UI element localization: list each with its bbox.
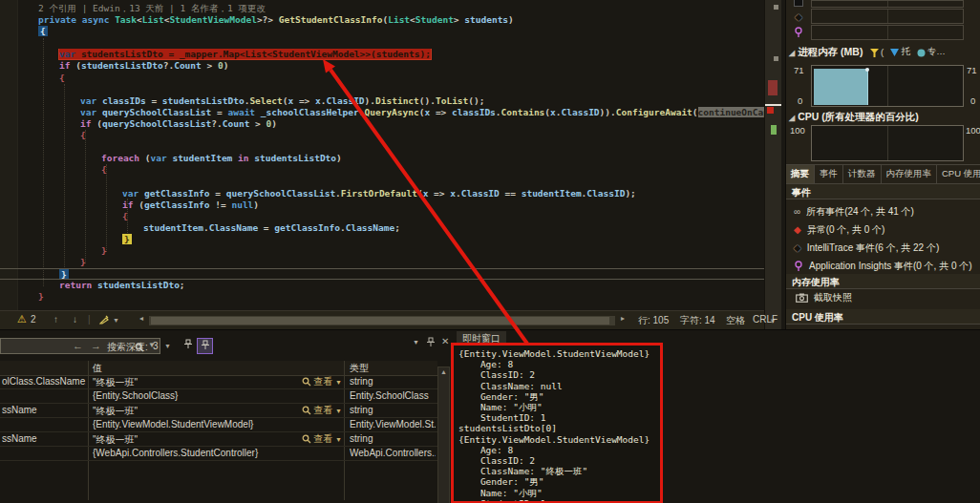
code-line[interactable]: return studentsListDto; <box>0 280 764 291</box>
app-insights-track <box>811 25 964 40</box>
code-line[interactable]: } <box>0 268 764 280</box>
view-button[interactable]: 查看 ▼ <box>287 375 342 388</box>
collapse-triangle-icon[interactable]: ◢ <box>789 49 795 57</box>
immediate-line: Age: 8 <box>458 445 660 455</box>
chevron-down-icon[interactable]: ▼ <box>113 317 119 324</box>
watch-type: WebApi.Controllers.... <box>350 448 436 458</box>
code-line[interactable]: var querySchoolClassList = await _school… <box>0 107 764 118</box>
status-line-ending[interactable]: CRLF <box>753 314 778 325</box>
immediate-window-popup[interactable]: {Entity.ViewModel.StudentViewModel} Age:… <box>451 343 663 503</box>
code-line[interactable]: { <box>0 73 764 84</box>
editor-horizontal-scrollbar[interactable] <box>149 316 615 325</box>
code-line[interactable]: studentItem.ClassName = getClassInfo.Cla… <box>0 222 764 234</box>
cpu-section-header[interactable]: ◢CPU (所有处理器的百分比) <box>786 111 980 124</box>
prev-issue-button[interactable]: ↑ <box>53 314 58 325</box>
watch-value: {Entity.ViewModel.StudentViewModel} <box>93 419 284 430</box>
pin-properties-toggle-button[interactable] <box>197 338 213 354</box>
watch-type: string <box>350 405 436 415</box>
watch-vertical-scrollbar[interactable]: ▲ <box>437 367 450 503</box>
hscroll-thumb[interactable] <box>151 317 609 325</box>
search-depth-value[interactable]: 3 <box>153 341 159 351</box>
window-menu-icon[interactable]: ▼ <box>413 339 419 346</box>
watch-row[interactable]: {WebApi.Controllers.StudentController}We… <box>0 447 437 461</box>
code-line[interactable]: var getClassInfo = querySchoolClassList.… <box>0 188 764 199</box>
scroll-up-arrow[interactable]: ▲ <box>440 368 447 375</box>
editor-vertical-scrollbar[interactable]: ▼ <box>764 0 781 329</box>
exception-icon: ◆ <box>794 224 801 235</box>
code-line[interactable]: if (getClassInfo != null) <box>0 199 764 211</box>
magnifier-icon <box>302 377 311 387</box>
code-line[interactable] <box>0 141 764 153</box>
hscroll-right-arrow[interactable]: ▸ <box>621 314 625 323</box>
code-lines[interactable]: 2 个引用 | Edwin，13 天前 | 1 名作者，1 项更改private… <box>0 3 764 303</box>
view-button[interactable]: 查看 ▼ <box>287 432 342 446</box>
watch-value: {Entity.SchoolClass} <box>93 390 284 401</box>
code-line[interactable]: private async Task<List<StudentViewModel… <box>0 14 764 26</box>
watch-row[interactable]: ssName"终极一班" 查看 ▼string <box>0 432 437 447</box>
code-line[interactable]: } <box>0 291 764 303</box>
memory-axis-max-right: 71 <box>967 65 977 75</box>
code-line[interactable] <box>0 84 764 95</box>
status-spaces[interactable]: 空格 <box>726 314 745 327</box>
diagnostics-tab[interactable]: 摘要 <box>786 165 815 183</box>
value-column-header[interactable]: 值 <box>93 362 102 375</box>
pin-toggle-button[interactable] <box>180 338 196 354</box>
code-line[interactable]: foreach (var studentItem in studentsList… <box>0 153 764 164</box>
event-row[interactable]: ∞所有事件(24 个, 共 41 个) <box>786 202 980 220</box>
event-label[interactable]: IntelliTrace 事件(6 个, 共 22 个) <box>807 241 940 255</box>
code-editor[interactable]: 2 个引用 | Edwin，13 天前 | 1 名作者，1 项更改private… <box>0 0 764 310</box>
event-row[interactable]: Application Insights 事件(0 个, 共 0 个) <box>786 257 980 275</box>
view-button[interactable]: 查看 ▼ <box>287 404 342 417</box>
code-line[interactable]: } <box>0 257 764 268</box>
code-line[interactable]: } <box>0 234 764 245</box>
memory-current-dot <box>865 68 869 72</box>
forward-arrow-button[interactable]: → <box>91 340 101 351</box>
collapse-triangle-icon[interactable]: ◢ <box>789 114 795 122</box>
code-line[interactable] <box>0 37 764 49</box>
event-row[interactable]: ◆异常(0 个, 共 0 个) <box>786 220 980 239</box>
event-label[interactable]: 所有事件(24 个, 共 41 个) <box>806 205 914 219</box>
watch-row[interactable]: olClass.ClassName.get"终极一班" 查看 ▼string <box>0 375 437 389</box>
diagnostics-tab[interactable]: 事件 <box>815 165 843 183</box>
bottom-dock: ▼ ← → 搜索深度: 3 ▼ 值 类型 olClass.ClassName.g… <box>0 329 980 503</box>
diagnostics-tab[interactable]: CPU 使用率 <box>937 165 980 183</box>
diagnostics-tab[interactable]: 计数器 <box>843 165 882 183</box>
immediate-line: StudentID: 1 <box>458 498 660 503</box>
watch-name: olClass.ClassName.get <box>2 376 86 387</box>
all-events-icon: ∞ <box>794 206 800 217</box>
editor-status-bar: ⚠ 2 ↑ ↓ | ▼ ◂ ▸ 行: 105 字符: 14 空格 CRLF <box>0 310 764 330</box>
hscroll-left-arrow[interactable]: ◂ <box>139 314 143 323</box>
watch-row[interactable]: {Entity.ViewModel.StudentViewModel}Entit… <box>0 418 437 432</box>
code-line[interactable]: if (studentsListDto?.Count > 0) <box>0 60 764 72</box>
watch-row[interactable]: ssName"终极一班" 查看 ▼string <box>0 404 437 418</box>
warning-icon[interactable]: ⚠ <box>17 313 27 325</box>
watch-value: {WebApi.Controllers.StudentController} <box>93 448 284 458</box>
back-arrow-button[interactable]: ← <box>73 340 83 351</box>
immediate-line: Gender: "男" <box>458 391 660 402</box>
event-label[interactable]: 异常(0 个, 共 0 个) <box>807 223 885 237</box>
pin-icon[interactable] <box>426 336 436 347</box>
event-row[interactable]: ◆IntelliTrace 事件(6 个, 共 22 个) <box>786 239 980 257</box>
code-line[interactable]: var classIDs = studentsListDto.Select(x … <box>0 95 764 107</box>
event-label[interactable]: Application Insights 事件(0 个, 共 0 个) <box>809 260 972 273</box>
code-line[interactable]: if (querySchoolClassList?.Count > 0) <box>0 118 764 130</box>
code-line[interactable]: { <box>0 164 764 176</box>
code-line[interactable]: { <box>0 130 764 141</box>
take-snapshot-button[interactable]: 截取快照 <box>786 291 852 304</box>
close-icon[interactable]: ✕ <box>441 336 449 346</box>
code-fix-icon[interactable] <box>99 314 109 325</box>
code-line[interactable] <box>0 176 764 187</box>
code-line[interactable]: var studentsListDto = _mapper.Map<List<S… <box>0 49 764 60</box>
code-line[interactable]: { <box>0 26 764 37</box>
diagnostics-tabs: 摘要事件计数器内存使用率CPU 使用率 <box>786 164 980 184</box>
diagnostics-tab[interactable]: 内存使用率 <box>882 165 938 183</box>
watch-row[interactable]: {Entity.SchoolClass}Entity.SchoolClass <box>0 389 437 404</box>
next-issue-button[interactable]: ↓ <box>73 314 77 325</box>
code-line[interactable]: 2 个引用 | Edwin，13 天前 | 1 名作者，1 项更改 <box>0 3 764 14</box>
chevron-down-icon[interactable]: ▼ <box>164 343 171 349</box>
type-column-header[interactable]: 类型 <box>350 362 369 375</box>
memory-title: 进程内存 (MB) <box>798 46 863 57</box>
code-line[interactable]: } <box>0 245 764 257</box>
code-line[interactable]: { <box>0 211 764 222</box>
warning-count[interactable]: 2 <box>31 314 36 325</box>
